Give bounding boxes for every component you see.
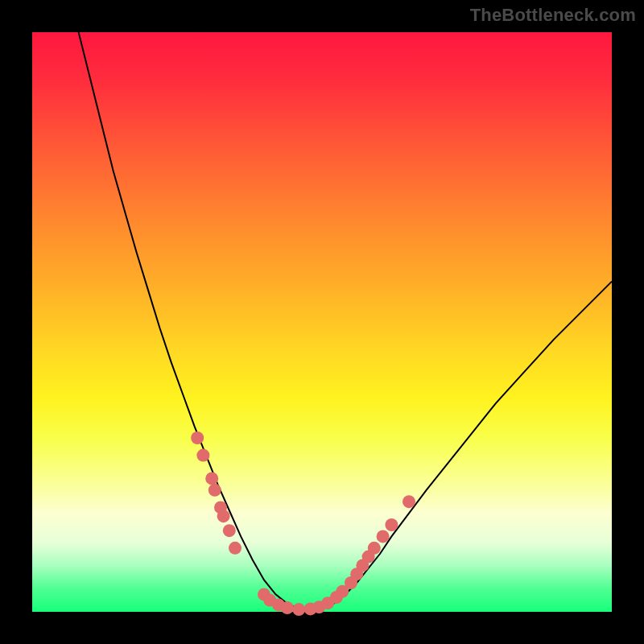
data-marker: [229, 542, 242, 555]
data-marker: [223, 524, 236, 537]
data-marker: [402, 495, 415, 508]
data-marker: [385, 518, 398, 531]
chart-overlay: [32, 32, 612, 612]
data-marker: [217, 510, 230, 522]
data-marker: [377, 530, 390, 543]
data-marker: [292, 603, 305, 616]
outer-frame: TheBottleneck.com: [0, 0, 644, 644]
data-marker: [196, 449, 209, 462]
marker-group: [191, 431, 415, 616]
data-marker: [205, 472, 218, 485]
data-marker: [191, 431, 204, 444]
bottleneck-curve: [79, 32, 612, 611]
data-marker: [281, 601, 294, 614]
data-marker: [208, 484, 221, 497]
watermark-text: TheBottleneck.com: [470, 5, 636, 26]
data-marker: [368, 542, 381, 555]
